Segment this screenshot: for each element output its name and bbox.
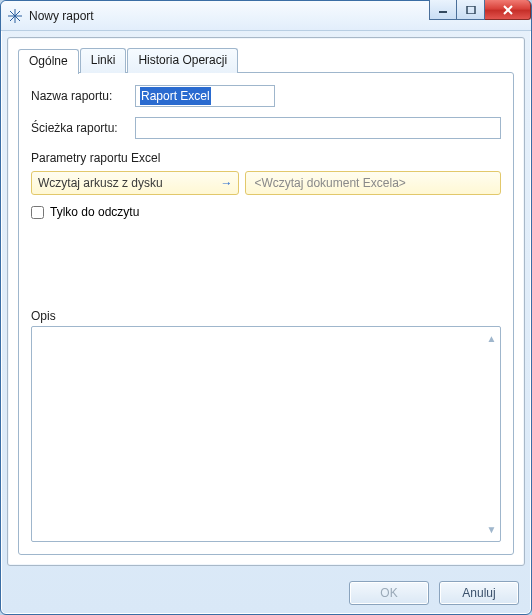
params-section-label: Parametry raportu Excel — [31, 151, 501, 165]
svg-rect-5 — [467, 6, 475, 14]
readonly-row: Tylko do odczytu — [31, 205, 501, 219]
report-path-label: Ścieżka raportu: — [31, 121, 135, 135]
report-path-input[interactable] — [135, 117, 501, 139]
arrow-right-icon: → — [220, 176, 232, 190]
title-bar[interactable]: Nowy raport — [1, 1, 531, 31]
close-button[interactable] — [485, 0, 531, 20]
readonly-checkbox[interactable] — [31, 206, 44, 219]
minimize-icon — [438, 6, 448, 14]
scroll-up-icon: ▲ — [487, 333, 497, 344]
report-name-value: Raport Excel — [140, 87, 211, 105]
loaded-document-display: <Wczytaj dokument Excela> — [245, 171, 501, 195]
maximize-icon — [466, 6, 476, 14]
load-sheet-button-label: Wczytaj arkusz z dysku — [38, 176, 163, 190]
loaded-document-placeholder: <Wczytaj dokument Excela> — [254, 176, 405, 190]
description-label: Opis — [31, 309, 501, 323]
row-report-path: Ścieżka raportu: — [31, 117, 501, 139]
app-icon — [7, 8, 23, 24]
minimize-button[interactable] — [429, 0, 457, 20]
row-report-name: Nazwa raportu: Raport Excel — [31, 85, 501, 107]
report-name-label: Nazwa raportu: — [31, 89, 135, 103]
close-icon — [502, 5, 514, 15]
report-name-input[interactable]: Raport Excel — [135, 85, 275, 107]
window-controls — [429, 0, 531, 20]
tab-links[interactable]: Linki — [80, 48, 127, 73]
load-sheet-button[interactable]: Wczytaj arkusz z dysku → — [31, 171, 239, 195]
tab-panel-general: Nazwa raportu: Raport Excel Ścieżka rapo… — [18, 72, 514, 555]
tab-general[interactable]: Ogólne — [18, 49, 79, 74]
cancel-button[interactable]: Anuluj — [439, 581, 519, 605]
tab-history[interactable]: Historia Operacji — [127, 48, 238, 73]
maximize-button[interactable] — [457, 0, 485, 20]
scroll-down-icon: ▼ — [487, 524, 497, 535]
dialog-window: Nowy raport Ogólne Linki Historia Operac… — [0, 0, 532, 615]
svg-rect-4 — [439, 11, 447, 13]
ok-button[interactable]: OK — [349, 581, 429, 605]
tab-strip: Ogólne Linki Historia Operacji — [18, 48, 514, 73]
button-bar: OK Anuluj — [1, 572, 531, 614]
params-row: Wczytaj arkusz z dysku → <Wczytaj dokume… — [31, 171, 501, 195]
readonly-label: Tylko do odczytu — [50, 205, 139, 219]
scrollbar[interactable]: ▲ ▼ — [484, 333, 499, 535]
window-title: Nowy raport — [29, 9, 94, 23]
description-textarea[interactable]: ▲ ▼ — [31, 326, 501, 542]
dialog-body: Ogólne Linki Historia Operacji Nazwa rap… — [7, 37, 525, 566]
